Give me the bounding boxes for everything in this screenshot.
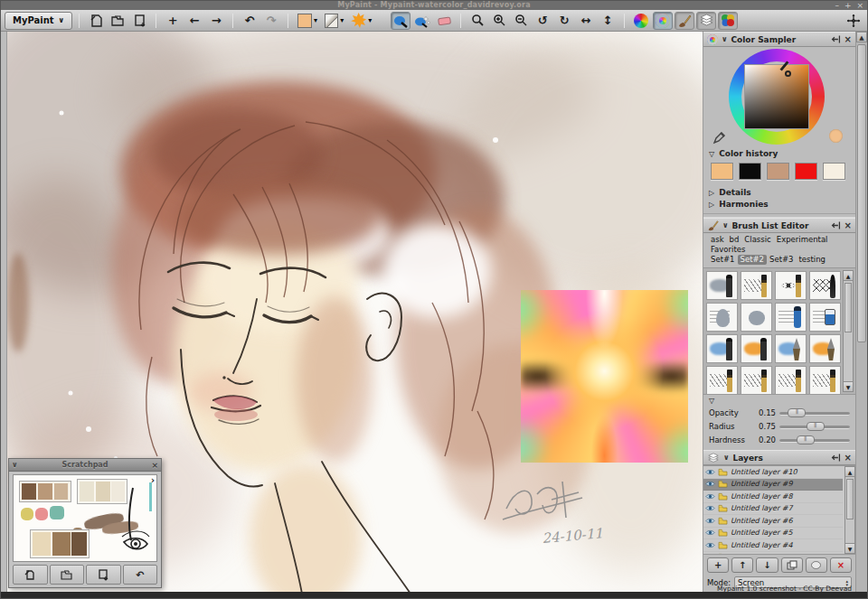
brush-thumbnail[interactable] (775, 366, 807, 395)
layer-row[interactable]: Untitled layer #6 (703, 515, 843, 528)
panel-collapse-icon[interactable]: ∨ (722, 35, 728, 43)
scratchpad-window[interactable]: ∨ Scratchpad × › (8, 458, 162, 588)
add-layer-button[interactable]: + (707, 557, 729, 573)
visibility-eye-icon[interactable] (705, 517, 715, 525)
brush-settings-expander[interactable]: ▽ (703, 395, 855, 405)
history-swatch[interactable] (739, 163, 761, 180)
visibility-eye-icon[interactable] (705, 529, 715, 537)
mypaint-menu-button[interactable]: MyPaint ∨ (5, 12, 72, 30)
scratchpad-new-button[interactable] (13, 565, 48, 585)
visibility-eye-icon[interactable] (705, 541, 715, 549)
scratchpad-open-button[interactable] (50, 565, 85, 585)
brush-thumbnail[interactable] (741, 366, 772, 395)
brush-thumbnail[interactable] (809, 366, 841, 395)
panel-close-icon[interactable]: × (844, 453, 852, 463)
scrollbar-thumb[interactable] (844, 283, 852, 332)
eraser-tool-button[interactable] (434, 12, 454, 30)
color-history-expander[interactable]: ▽ Color history (703, 146, 855, 161)
scroll-pan-button[interactable] (844, 12, 863, 30)
slider-handle[interactable] (788, 408, 806, 417)
color-dropdown[interactable]: ▾ (295, 14, 320, 28)
duplicate-layer-button[interactable] (781, 557, 803, 573)
panel-collapse-icon[interactable]: ∨ (722, 221, 729, 229)
brush-thumbnail[interactable] (706, 303, 738, 332)
new-document-button[interactable] (86, 12, 106, 30)
scrollbar-thumb[interactable] (857, 44, 866, 342)
layer-row[interactable]: Untitled layer #7 (703, 503, 843, 516)
brush-editor-toggle-button[interactable] (675, 12, 694, 30)
scratchpad-titlebar[interactable]: ∨ Scratchpad × (9, 459, 161, 472)
visibility-eye-icon[interactable] (705, 492, 715, 501)
zoom-out-button[interactable] (511, 12, 531, 30)
raise-layer-button[interactable]: ↑ (731, 557, 753, 573)
history-swatch[interactable] (795, 163, 817, 180)
maximize-button[interactable]: + (844, 1, 852, 10)
color-sampler-body[interactable] (703, 47, 855, 146)
brush-thumbnail[interactable] (809, 303, 841, 332)
save-button[interactable] (129, 12, 149, 30)
scratchpad-save-button[interactable] (86, 565, 121, 585)
layer-row[interactable]: Untitled layer #4 (703, 539, 843, 552)
painting-canvas[interactable]: 24-10-11 ∨ Scratchpad × › (7, 32, 704, 592)
brush-thumbnail[interactable] (741, 303, 772, 332)
zoom-fit-button[interactable] (467, 12, 487, 30)
history-swatch[interactable] (767, 163, 789, 180)
slider-handle[interactable] (807, 422, 825, 431)
colors-toggle-button[interactable] (718, 12, 738, 30)
layer-lock-icon[interactable] (718, 541, 728, 549)
layer-lock-icon[interactable] (718, 468, 728, 476)
brush-group-tab[interactable]: ask (708, 235, 727, 245)
scroll-up-arrow[interactable]: ▲ (856, 32, 867, 42)
layers-panel-header[interactable]: ∨ Layers × (703, 450, 855, 465)
lower-layer-button[interactable]: ↓ (756, 557, 778, 573)
scratchpad-collapse-icon[interactable]: ∨ (12, 459, 18, 472)
brush-editor-panel-header[interactable]: ∨ Brush List Editor × (703, 218, 855, 233)
scroll-up-arrow[interactable]: ▲ (844, 271, 853, 281)
brush-thumbnail[interactable] (775, 334, 807, 363)
layer-row[interactable]: Untitled layer #10 (703, 466, 843, 479)
paintbrush-tool-button[interactable] (391, 12, 410, 30)
rotate-cw-button[interactable]: ↻ (554, 12, 574, 30)
flip-vertical-button[interactable]: ↕ (598, 12, 618, 30)
undo-button[interactable]: ↶ (240, 12, 259, 30)
add-button[interactable]: + (163, 12, 183, 30)
visibility-eye-icon[interactable] (705, 504, 715, 512)
details-expander[interactable]: ▷ Details (703, 185, 855, 200)
visibility-eye-icon[interactable] (705, 480, 715, 488)
close-button[interactable]: × (856, 1, 863, 10)
panel-close-icon[interactable]: × (844, 34, 852, 44)
scroll-down-arrow[interactable]: ▼ (844, 381, 853, 391)
layer-lock-icon[interactable] (718, 492, 728, 501)
scrollbar-thumb[interactable] (846, 479, 854, 519)
scroll-up-arrow[interactable]: ▲ (845, 467, 854, 477)
history-swatch[interactable] (711, 163, 733, 180)
dock-panel-icon[interactable] (831, 34, 841, 44)
layer-row[interactable]: Untitled layer #9 (703, 479, 843, 491)
brush-blob-dropdown[interactable]: ▾ (348, 13, 374, 28)
redo-button[interactable]: ↷ (261, 12, 281, 30)
brush-group-tab[interactable]: Experimental (774, 235, 831, 245)
title-bar[interactable]: MyPaint - Mypaint-watercolor_davidrevoy.… (1, 1, 867, 10)
brush-thumbnail[interactable] (741, 334, 772, 363)
brush-thumbnail[interactable] (706, 366, 738, 395)
brush-grid-scrollbar[interactable]: ▲ ▼ (843, 270, 854, 392)
next-button[interactable]: → (206, 12, 226, 30)
delete-layer-button[interactable]: × (830, 557, 852, 573)
smudge-tool-button[interactable] (412, 12, 432, 30)
layer-row[interactable]: Untitled layer #8 (703, 491, 843, 503)
brush-group-tab[interactable]: testing (797, 255, 828, 265)
brush-group-tab[interactable]: Set#1 (708, 255, 738, 265)
scratchpad-undo-button[interactable]: ↶ (123, 565, 158, 585)
layer-lock-icon[interactable] (718, 529, 728, 537)
slider-track[interactable] (779, 435, 850, 445)
brush-group-tab[interactable]: Set#3 (767, 255, 797, 265)
open-button[interactable] (108, 12, 127, 30)
visibility-eye-icon[interactable] (705, 553, 715, 555)
color-sampler-panel-header[interactable]: ∨ Color Sampler × (703, 32, 855, 47)
layer-row[interactable]: Untitled layer #3 (703, 552, 843, 556)
slider-handle[interactable] (797, 435, 815, 445)
minimize-button[interactable]: – (835, 1, 839, 10)
panel-collapse-icon[interactable]: ∨ (723, 454, 730, 462)
hue-ring-toggle-button[interactable] (653, 12, 673, 30)
scratchpad-close-icon[interactable]: × (151, 459, 158, 472)
